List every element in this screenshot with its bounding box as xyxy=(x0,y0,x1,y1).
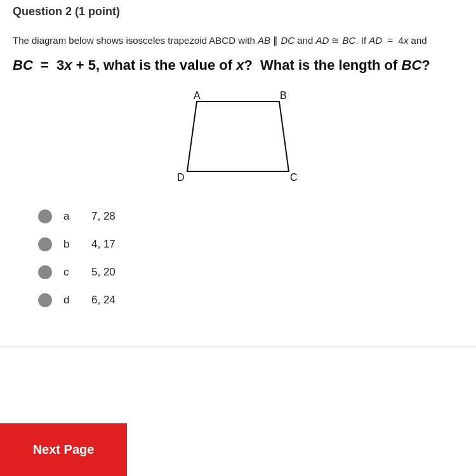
answer-options: a 7, 28 b 4, 17 c 5, 20 d 6, 24 xyxy=(0,203,476,327)
letter-d: d xyxy=(63,294,74,307)
radio-d[interactable] xyxy=(38,293,52,307)
option-d[interactable]: d 6, 24 xyxy=(38,293,438,307)
letter-a: a xyxy=(63,210,74,223)
question-title: Question 2 (1 point) xyxy=(13,5,120,18)
description-text: The diagram below shows isosceles trapez… xyxy=(0,21,476,53)
bold-question: BC = 3x + 5, what is the value of x? Wha… xyxy=(0,53,476,83)
value-b: 4, 17 xyxy=(91,238,116,251)
question-header: Question 2 (1 point) xyxy=(0,0,476,21)
page-container: Question 2 (1 point) The diagram below s… xyxy=(0,0,476,476)
value-c: 5, 20 xyxy=(91,266,116,279)
diagram-container: A B C D xyxy=(0,83,476,203)
description-content: The diagram below shows isosceles trapez… xyxy=(13,35,427,46)
label-b: B xyxy=(280,90,287,101)
option-a[interactable]: a 7, 28 xyxy=(38,209,438,223)
radio-b[interactable] xyxy=(38,237,52,251)
value-a: 7, 28 xyxy=(91,210,116,223)
option-b[interactable]: b 4, 17 xyxy=(38,237,438,251)
letter-c: c xyxy=(63,266,74,279)
bold-question-text: BC = 3x + 5, what is the value of x? Wha… xyxy=(13,57,430,73)
next-page-button[interactable]: Next Page xyxy=(0,423,127,476)
option-c[interactable]: c 5, 20 xyxy=(38,265,438,279)
label-c: C xyxy=(290,172,298,183)
trapezoid-diagram: A B C D xyxy=(162,89,314,190)
letter-b: b xyxy=(63,238,74,251)
trapezoid-shape xyxy=(187,102,289,171)
value-d: 6, 24 xyxy=(91,294,116,307)
radio-a[interactable] xyxy=(38,209,52,223)
next-page-label: Next Page xyxy=(33,442,95,457)
label-d: D xyxy=(177,172,185,183)
radio-c[interactable] xyxy=(38,265,52,279)
divider xyxy=(0,347,476,347)
label-a: A xyxy=(194,90,201,101)
